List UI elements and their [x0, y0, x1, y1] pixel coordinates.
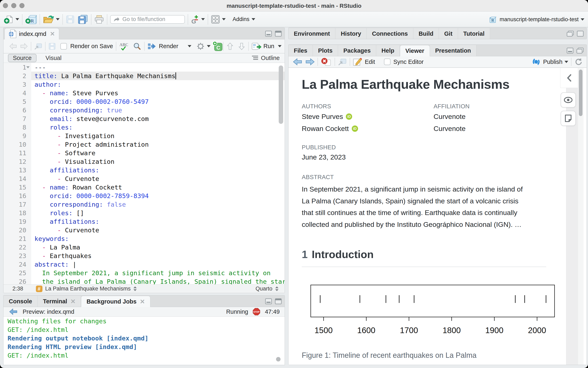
orcid-icon[interactable]: iD — [352, 125, 358, 132]
console-scrollbar[interactable] — [276, 357, 281, 361]
editor-scrollbar[interactable] — [279, 65, 283, 124]
code-line[interactable]: 2title: La Palma Earthquake Mechanisms — [3, 72, 285, 80]
stop-job-icon[interactable]: STOP — [253, 308, 260, 316]
code-line[interactable]: 25 In September 2021, a significant jump… — [3, 269, 285, 277]
maximize-pane-icon[interactable] — [577, 31, 584, 37]
minimize-pane-icon[interactable] — [265, 298, 272, 304]
maximize-pane-icon[interactable] — [275, 31, 282, 37]
annotation-sidebar-toggle[interactable] — [560, 68, 578, 88]
code-line[interactable]: 4 - name: Steve Purves — [3, 89, 285, 97]
show-in-new-window-icon[interactable] — [34, 42, 42, 50]
orcid-icon[interactable]: iD — [346, 113, 352, 120]
editor-tab-index-qmd[interactable]: index.qmd ✕ — [4, 28, 59, 39]
tab-environment[interactable]: Environment — [288, 28, 335, 39]
code-line[interactable]: 3author: — [3, 80, 285, 89]
code-line[interactable]: 26 the island of La Palma (Canary Island… — [3, 277, 285, 284]
code-line[interactable]: 11 - Software — [3, 149, 285, 157]
viewer-content[interactable]: La Palma Earthquake Mechanisms AUTHORS S… — [288, 68, 587, 365]
insert-chunk-button[interactable]: C — [212, 41, 223, 51]
code-line[interactable]: 9 - Investigation — [3, 132, 285, 140]
open-file-button[interactable] — [43, 15, 60, 24]
viewer-stop-icon[interactable] — [321, 57, 332, 66]
symbol-navigator[interactable]: La Palma Earthquake Mechanisms — [45, 285, 131, 292]
viewer-back-icon[interactable] — [293, 58, 302, 65]
viewer-scrollbar-thumb[interactable] — [579, 70, 582, 116]
tab-plots[interactable]: Plots — [313, 45, 338, 56]
code-editor[interactable]: 1---2title: La Palma Earthquake Mechanis… — [3, 63, 285, 284]
code-line[interactable]: 20 - Curvenote — [3, 226, 285, 234]
visual-mode-button[interactable]: Visual — [41, 54, 66, 62]
minimize-pane-icon[interactable] — [265, 31, 272, 37]
tab-viewer[interactable]: Viewer — [400, 45, 430, 56]
workspace-panes-button[interactable] — [211, 15, 226, 24]
tab-build[interactable]: Build — [413, 28, 439, 39]
go-previous-section-icon[interactable] — [226, 42, 234, 51]
tab-git[interactable]: Git — [439, 28, 458, 39]
addins-button[interactable]: Addins — [233, 16, 255, 22]
outline-button[interactable]: Outline — [252, 55, 280, 61]
code-line[interactable]: 22 - La Palma — [3, 243, 285, 251]
console-tab-console[interactable]: Console — [3, 296, 37, 307]
code-line[interactable]: 19 affiliations: — [3, 217, 285, 226]
new-project-button[interactable]: R — [25, 14, 37, 25]
console-tab-terminal[interactable]: Terminal✕ — [37, 296, 81, 307]
render-options-button[interactable] — [196, 42, 211, 51]
code-line[interactable]: 23 - Earthquakes — [3, 251, 285, 260]
restore-pane-icon[interactable] — [567, 31, 574, 37]
project-menu-button[interactable]: R manuscript-template-rstudio-test — [489, 12, 584, 27]
publish-button[interactable]: Publish — [532, 58, 568, 66]
version-control-button[interactable]: G — [191, 15, 205, 24]
editor-tab-close-icon[interactable]: ✕ — [50, 30, 55, 37]
code-line[interactable]: 6 corresponding: true — [3, 106, 285, 114]
tab-packages[interactable]: Packages — [338, 45, 376, 56]
viewer-forward-icon[interactable] — [306, 58, 315, 65]
code-line[interactable]: 5 orcid: 0000-0002-0760-5497 — [3, 97, 285, 106]
goto-file-function-input[interactable]: Go to file/function — [110, 15, 185, 24]
source-mode-button[interactable]: Source — [8, 54, 37, 62]
maximize-pane-icon[interactable] — [275, 298, 282, 304]
print-button[interactable] — [94, 15, 104, 24]
code-line[interactable]: 16 orcid: 0000-0002-7859-8394 — [3, 192, 285, 200]
code-line[interactable]: 7 email: steve@curvenote.com — [3, 114, 285, 123]
viewer-edit-button[interactable]: Edit — [353, 57, 375, 66]
save-button[interactable] — [66, 15, 75, 24]
code-line[interactable]: 12 - Visualization — [3, 157, 285, 166]
file-type-label[interactable]: Quarto — [256, 285, 272, 292]
tab-tutorial[interactable]: Tutorial — [458, 28, 490, 39]
find-replace-icon[interactable] — [133, 42, 141, 51]
console-tab-background-jobs[interactable]: Background Jobs✕ — [81, 296, 150, 307]
code-line[interactable]: 24abstract: | — [3, 260, 285, 269]
code-line[interactable]: 8 roles: — [3, 123, 285, 132]
tab-files[interactable]: Files — [288, 45, 313, 56]
tab-help[interactable]: Help — [376, 45, 400, 56]
tab-presentation[interactable]: Presentation — [430, 45, 477, 56]
console-output[interactable]: Watching files for changesGET: /index.ht… — [3, 317, 285, 364]
back-icon[interactable] — [9, 42, 17, 50]
code-line[interactable]: 1--- — [3, 63, 285, 72]
job-back-icon[interactable] — [9, 308, 17, 315]
forward-icon[interactable] — [20, 42, 28, 50]
minimize-pane-icon[interactable] — [567, 47, 573, 54]
sync-editor-checkbox[interactable]: Sync Editor — [384, 59, 423, 65]
new-page-note-button[interactable] — [561, 111, 576, 126]
refresh-icon[interactable] — [574, 58, 582, 66]
save-all-button[interactable] — [78, 15, 88, 24]
restore-pane-icon[interactable] — [576, 47, 584, 54]
code-line[interactable]: 15 - name: Rowan Cockett — [3, 183, 285, 192]
tab-close-icon[interactable]: ✕ — [140, 298, 145, 305]
viewer-new-window-icon[interactable] — [338, 58, 347, 66]
code-line[interactable]: 14 - Curvenote — [3, 175, 285, 183]
tab-connections[interactable]: Connections — [367, 28, 413, 39]
code-line[interactable]: 17 corresponding: false — [3, 200, 285, 209]
new-file-button[interactable] — [4, 15, 19, 24]
show-highlights-button[interactable] — [561, 92, 576, 108]
run-button[interactable]: Run — [252, 42, 282, 50]
save-source-icon[interactable] — [48, 42, 56, 50]
code-line[interactable]: 18 roles: [] — [3, 209, 285, 217]
code-line[interactable]: 21keywords: — [3, 234, 285, 243]
render-on-save-checkbox[interactable] — [60, 43, 67, 50]
viewer-scrollbar-track[interactable] — [578, 68, 584, 365]
tab-close-icon[interactable]: ✕ — [70, 298, 75, 305]
tab-history[interactable]: History — [335, 28, 367, 39]
render-button[interactable]: Render — [147, 43, 191, 50]
